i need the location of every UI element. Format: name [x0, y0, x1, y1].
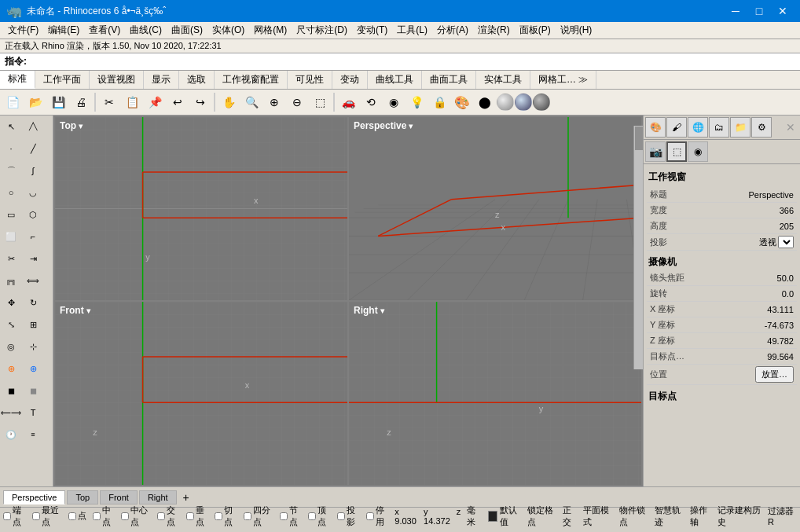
menu-item-H[interactable]: 说明(H): [556, 22, 597, 39]
polygon-tool[interactable]: ⬡: [22, 204, 44, 226]
dim-tool[interactable]: ⟵⟶: [0, 402, 22, 424]
point-tool[interactable]: ·: [0, 138, 22, 160]
snap-checkbox-中心点[interactable]: [121, 512, 129, 520]
ribbon-tab-9[interactable]: 曲面工具: [422, 71, 476, 89]
rp-env-btn[interactable]: 🌐: [688, 117, 708, 138]
snap-垂点[interactable]: 垂点: [186, 504, 209, 528]
redo-button[interactable]: ↪: [189, 91, 211, 113]
viewport-right[interactable]: z y Right ▾: [349, 302, 641, 485]
glass-btn[interactable]: [515, 94, 532, 111]
curve-tool[interactable]: ∫: [22, 160, 44, 182]
projection-select[interactable]: 透视: [778, 236, 794, 248]
metal-btn[interactable]: [533, 94, 550, 111]
close-button[interactable]: ✕: [772, 3, 794, 19]
menu-item-M[interactable]: 网格(M): [249, 22, 292, 39]
rectangle-tool[interactable]: ▭: [0, 204, 22, 226]
rp-folder-btn[interactable]: 📁: [730, 117, 750, 138]
minimize-button[interactable]: ─: [725, 3, 747, 19]
print-button[interactable]: 🖨: [70, 91, 92, 113]
snap-顶点[interactable]: 顶点: [308, 504, 331, 528]
copy-button[interactable]: 📋: [121, 91, 143, 113]
move-tool[interactable]: ✥: [0, 292, 22, 314]
rp-render-btn[interactable]: ◉: [688, 141, 708, 162]
ribbon-tab-3[interactable]: 显示: [144, 71, 179, 89]
viewport-front-dropdown[interactable]: ▾: [86, 306, 90, 315]
text-tool[interactable]: T: [22, 402, 44, 424]
solid-tool[interactable]: ◼: [0, 380, 22, 402]
zoom-window-button[interactable]: ⬚: [309, 91, 331, 113]
rotate-tool[interactable]: ↻: [22, 292, 44, 314]
snap-checkbox-四分点[interactable]: [244, 512, 251, 520]
render-button[interactable]: 🚗: [337, 91, 359, 113]
line-tool[interactable]: ╱: [22, 138, 44, 160]
menu-item-T[interactable]: 变动(T): [352, 22, 392, 39]
menu-item-O[interactable]: 实体(O): [207, 22, 249, 39]
rp-close-btn[interactable]: ✕: [783, 119, 798, 135]
circle-tool[interactable]: ○: [0, 182, 22, 204]
history-tool[interactable]: 🕐: [0, 424, 22, 446]
menu-item-C[interactable]: 曲线(C): [125, 22, 167, 39]
open-file-button[interactable]: 📂: [24, 91, 46, 113]
tool-b3[interactable]: 💡: [406, 91, 428, 113]
material-btn[interactable]: ⬤: [474, 91, 496, 113]
snap-checkbox-顶点[interactable]: [308, 512, 316, 520]
zoom-out-button[interactable]: ⊖: [286, 91, 308, 113]
snap-checkbox-端点[interactable]: [3, 512, 11, 520]
viewport-perspective[interactable]: z x Perspective ▾: [349, 117, 641, 300]
menu-item-F[interactable]: 文件(F): [3, 22, 43, 39]
fillet-tool[interactable]: ⌐: [22, 226, 44, 248]
select-tool[interactable]: ↖: [0, 116, 22, 138]
menu-item-E[interactable]: 编辑(E): [43, 22, 84, 39]
ribbon-tab-1[interactable]: 工作平面: [35, 71, 90, 89]
array-tool[interactable]: ⊞: [22, 314, 44, 336]
osnap-tool[interactable]: ⊹: [22, 336, 44, 358]
menu-item-D[interactable]: 尺寸标注(D): [292, 22, 352, 39]
snap-四分点[interactable]: 四分点: [244, 504, 273, 528]
mode-[interactable]: 平面模式: [583, 504, 612, 528]
ribbon-tab-10[interactable]: 实体工具: [476, 71, 530, 89]
snap-中心点[interactable]: 中心点: [121, 504, 151, 528]
title-controls[interactable]: ─ □ ✕: [725, 3, 794, 19]
mode-[interactable]: 操作轴: [690, 504, 712, 528]
tool-b1[interactable]: ⟲: [360, 91, 382, 113]
command-input[interactable]: [30, 57, 795, 68]
menu-item-S[interactable]: 曲面(S): [167, 22, 207, 39]
snap-点[interactable]: 点: [68, 510, 86, 522]
ribbon-tab-4[interactable]: 选取: [179, 71, 215, 89]
maximize-button[interactable]: □: [748, 3, 770, 19]
viewport-tab-top[interactable]: Top: [67, 490, 98, 504]
cut-button[interactable]: ✂: [98, 91, 120, 113]
ribbon-tab-2[interactable]: 设置视图: [90, 71, 144, 89]
menu-item-R[interactable]: 渲染(R): [473, 22, 515, 39]
snap-checkbox-停用[interactable]: [366, 512, 374, 520]
trim-tool[interactable]: ✂: [0, 248, 22, 270]
zoom-extent-button[interactable]: 🔍: [240, 91, 262, 113]
solid2-tool[interactable]: ◼: [22, 380, 44, 402]
color-wheel-btn[interactable]: 🎨: [451, 91, 473, 113]
transform-tool[interactable]: ⊛: [22, 358, 44, 380]
snap-最近点[interactable]: 最近点: [32, 504, 62, 528]
rp-settings-btn[interactable]: ⚙: [751, 117, 772, 138]
mode-[interactable]: 记录建构历史: [717, 504, 761, 528]
snap-checkbox-投影[interactable]: [337, 512, 345, 520]
viewport-perspective-dropdown[interactable]: ▾: [409, 122, 413, 130]
rp-color-btn[interactable]: 🎨: [645, 117, 666, 138]
scale-tool[interactable]: ⤡: [0, 314, 22, 336]
ribbon-tab-5[interactable]: 工作视窗配置: [215, 71, 288, 89]
snap-checkbox-交点[interactable]: [157, 512, 165, 520]
sphere-btn[interactable]: [497, 94, 514, 111]
ribbon-tab-7[interactable]: 变动: [332, 71, 368, 89]
snap-端点[interactable]: 端点: [3, 504, 26, 528]
surface-tool[interactable]: ⬜: [0, 226, 22, 248]
paste-button[interactable]: 📌: [144, 91, 166, 113]
viewport-tab-right[interactable]: Right: [139, 490, 177, 504]
viewport-front[interactable]: z x Front ▾: [55, 302, 347, 485]
snap-checkbox-节点[interactable]: [280, 512, 288, 520]
zoom-in-button[interactable]: ⊕: [263, 91, 285, 113]
extend-tool[interactable]: ⇥: [22, 248, 44, 270]
snap-checkbox-中点[interactable]: [93, 512, 101, 520]
offset-tool[interactable]: ╔╗: [0, 270, 22, 292]
snap-中点[interactable]: 中点: [93, 504, 116, 528]
ribbon-tab-6[interactable]: 可见性: [288, 71, 332, 89]
snap-切点[interactable]: 切点: [215, 504, 237, 528]
